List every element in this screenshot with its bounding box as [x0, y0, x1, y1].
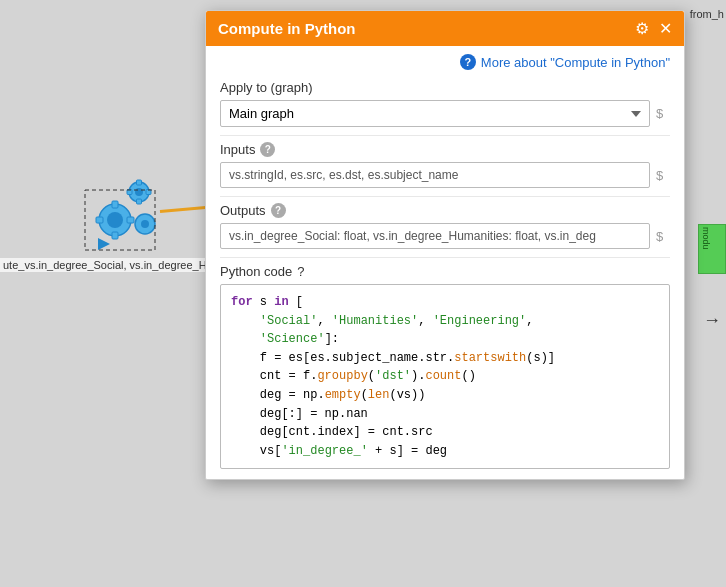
help-link-text: More about "Compute in Python" — [481, 55, 670, 70]
svg-rect-9 — [137, 199, 142, 204]
svg-rect-8 — [137, 180, 142, 185]
apply-to-label: Apply to (graph) — [220, 80, 670, 95]
help-circle-icon: ? — [460, 54, 476, 70]
inputs-dollar: $ — [656, 168, 670, 183]
outputs-label: Outputs ? — [220, 203, 670, 218]
outputs-dollar: $ — [656, 229, 670, 244]
module-box: modu — [698, 224, 726, 274]
dialog-header: Compute in Python ⚙ ✕ — [206, 11, 684, 46]
compute-python-dialog: Compute in Python ⚙ ✕ ? More about "Comp… — [205, 10, 685, 480]
dialog-title: Compute in Python — [218, 20, 356, 37]
svg-rect-2 — [112, 201, 118, 208]
close-icon[interactable]: ✕ — [659, 19, 672, 38]
outputs-row: vs.in_degree_Social: float, vs.in_degree… — [220, 223, 670, 249]
python-code-help-icon[interactable]: ? — [297, 264, 304, 279]
outputs-help-icon[interactable]: ? — [271, 203, 286, 218]
apply-to-section: Apply to (graph) Main graph $ — [206, 74, 684, 135]
gear-label: ute_vs.in_degree_Social, vs.in_degree_Hu — [0, 258, 216, 272]
python-code-label: Python code ? — [220, 264, 670, 279]
gear-node — [55, 170, 185, 270]
svg-rect-5 — [127, 217, 134, 223]
graph-select[interactable]: Main graph — [220, 100, 650, 127]
svg-point-7 — [135, 188, 143, 196]
dialog-header-icons: ⚙ ✕ — [635, 19, 672, 38]
svg-point-13 — [141, 220, 149, 228]
from-label: from_h — [690, 8, 724, 20]
inputs-label: Inputs ? — [220, 142, 670, 157]
python-code-box[interactable]: for s in [ 'Social', 'Humanities', 'Engi… — [220, 284, 670, 469]
right-arrow: → — [703, 310, 721, 331]
apply-to-dollar: $ — [656, 106, 670, 121]
svg-point-1 — [107, 212, 123, 228]
gear-settings-icon[interactable]: ⚙ — [635, 19, 649, 38]
svg-rect-4 — [96, 217, 103, 223]
module-label: modu — [699, 225, 713, 252]
inputs-help-icon[interactable]: ? — [260, 142, 275, 157]
python-code-section: Python code ? for s in [ 'Social', 'Huma… — [206, 258, 684, 479]
svg-rect-3 — [112, 232, 118, 239]
outputs-field: vs.in_degree_Social: float, vs.in_degree… — [220, 223, 650, 249]
help-link[interactable]: ? More about "Compute in Python" — [206, 46, 684, 74]
svg-marker-14 — [98, 238, 110, 250]
outputs-section: Outputs ? vs.in_degree_Social: float, vs… — [206, 197, 684, 257]
apply-to-row: Main graph $ — [220, 100, 670, 127]
inputs-row: $ — [220, 162, 670, 188]
inputs-section: Inputs ? $ — [206, 136, 684, 196]
inputs-field[interactable] — [220, 162, 650, 188]
